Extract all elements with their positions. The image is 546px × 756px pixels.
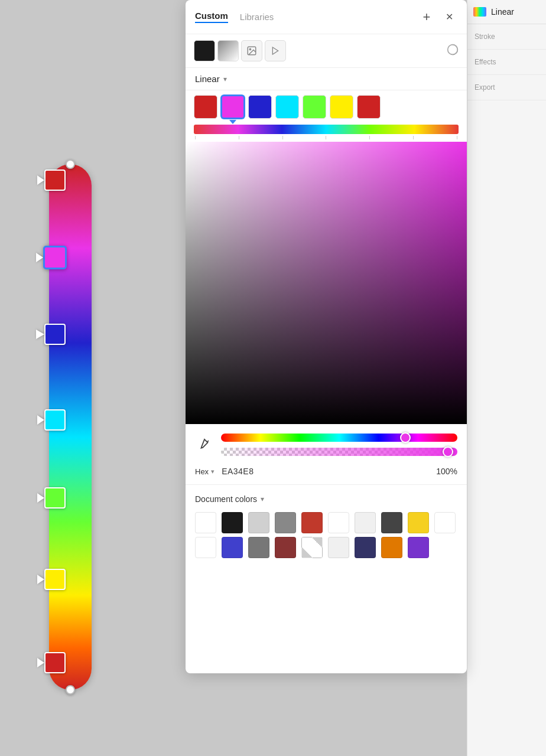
arrow-icon	[37, 575, 44, 584]
doc-color-navy[interactable]	[355, 537, 376, 558]
left-gradient-bar[interactable]	[49, 164, 92, 690]
eyedropper-button[interactable]	[195, 435, 214, 454]
doc-color-lightgray[interactable]	[248, 512, 269, 533]
stop-box-blue[interactable]	[44, 324, 66, 345]
gradient-stops-row	[186, 90, 467, 119]
doc-color-gray[interactable]	[275, 512, 296, 533]
color-picker-panel: Custom Libraries + ✕	[186, 0, 467, 673]
export-section[interactable]: Export	[467, 75, 546, 100]
stop-box-yellow[interactable]	[44, 569, 66, 590]
video-fill-swatch[interactable]	[265, 40, 286, 61]
svg-marker-2	[272, 47, 278, 54]
stop-box-magenta[interactable]	[43, 246, 67, 269]
stop-indicator-magenta	[229, 120, 236, 124]
sliders-column	[221, 434, 457, 456]
opacity-value[interactable]: 100%	[428, 467, 457, 476]
stop-color-blue[interactable]	[248, 95, 272, 119]
gradient-handle-green[interactable]	[37, 487, 66, 509]
stop-swatch-cyan[interactable]	[275, 95, 299, 119]
hex-label[interactable]: Hex ▾	[195, 467, 214, 476]
right-panel-header: Linear	[467, 0, 546, 24]
stop-color-cyan[interactable]	[275, 95, 299, 119]
tick	[326, 136, 326, 139]
stop-box-red-top[interactable]	[44, 170, 66, 191]
tab-libraries[interactable]: Libraries	[240, 12, 274, 22]
stop-swatch-yellow[interactable]	[330, 95, 353, 119]
alpha-slider-handle[interactable]	[443, 447, 453, 457]
tab-custom[interactable]: Custom	[195, 11, 228, 23]
doc-color-blue[interactable]	[222, 537, 243, 558]
color-canvas[interactable]	[186, 142, 467, 424]
gradient-bar[interactable]	[194, 125, 459, 134]
hue-slider-handle[interactable]	[400, 432, 411, 443]
doc-color-orange[interactable]	[381, 537, 402, 558]
gradient-handle-red-top[interactable]	[37, 170, 66, 191]
tick	[195, 136, 196, 139]
gradient-bar-top-handle[interactable]	[66, 159, 75, 169]
gradient-bar-bottom-handle[interactable]	[66, 685, 75, 695]
arrow-icon	[37, 175, 44, 185]
gradient-handle-yellow[interactable]	[37, 569, 66, 590]
sliders-section	[186, 424, 467, 462]
stroke-section[interactable]: Stroke	[467, 24, 546, 50]
stops-swatches	[194, 95, 459, 119]
tick	[413, 136, 414, 139]
hex-label-text: Hex	[195, 467, 209, 476]
solid-fill-swatch[interactable]	[194, 40, 215, 61]
stop-color-green[interactable]	[303, 95, 326, 119]
stop-box-green[interactable]	[44, 487, 66, 509]
stop-swatch-blue[interactable]	[248, 95, 272, 119]
alpha-slider[interactable]	[221, 448, 457, 456]
stop-swatch-red[interactable]	[194, 95, 217, 119]
stop-color-red2[interactable]	[357, 95, 381, 119]
doc-color-offwhite[interactable]	[355, 512, 376, 533]
doc-color-transparent1[interactable]	[328, 512, 349, 533]
doc-color-midgray[interactable]	[248, 537, 269, 558]
stroke-label: Stroke	[474, 32, 495, 41]
gradient-fill-swatch[interactable]	[217, 40, 239, 61]
stop-swatch-red2[interactable]	[357, 95, 381, 119]
stop-swatch-magenta[interactable]	[221, 95, 245, 119]
arrow-icon	[36, 330, 44, 339]
doc-color-offwhite2[interactable]	[328, 537, 349, 558]
gradient-handle-magenta[interactable]	[36, 246, 67, 269]
arrow-icon	[36, 253, 43, 262]
stop-color-magenta[interactable]	[221, 95, 245, 119]
color-canvas-inner	[186, 142, 467, 424]
fill-type-row	[186, 34, 467, 68]
opacity-icon[interactable]	[447, 44, 459, 58]
doc-color-red[interactable]	[301, 512, 323, 533]
doc-color-purple[interactable]	[408, 537, 429, 558]
stop-color-yellow[interactable]	[330, 95, 353, 119]
stop-swatch-green[interactable]	[303, 95, 326, 119]
doc-color-transparent3[interactable]	[195, 537, 216, 558]
arrow-icon	[37, 493, 44, 503]
doc-color-white[interactable]	[195, 512, 216, 533]
stop-box-cyan[interactable]	[44, 409, 66, 431]
doc-color-yellow[interactable]	[408, 512, 429, 533]
stop-color-red[interactable]	[194, 95, 217, 119]
gradient-handle-red-bottom[interactable]	[37, 652, 66, 673]
tick	[457, 136, 457, 139]
doc-color-transparent2[interactable]	[434, 512, 456, 533]
doc-color-black[interactable]	[222, 512, 243, 533]
doc-color-darkred[interactable]	[275, 537, 296, 558]
add-button[interactable]: +	[418, 9, 435, 25]
hex-value[interactable]: EA34E8	[222, 467, 421, 476]
close-button[interactable]: ✕	[441, 9, 457, 25]
doc-color-transparent4[interactable]	[301, 537, 323, 558]
effects-section[interactable]: Effects	[467, 50, 546, 75]
arrow-icon	[37, 658, 44, 667]
document-colors-header[interactable]: Document colors ▾	[195, 494, 457, 504]
image-fill-swatch[interactable]	[241, 40, 262, 61]
gradient-handle-cyan[interactable]	[37, 409, 66, 431]
panel-header: Custom Libraries + ✕	[186, 0, 467, 34]
tick	[239, 136, 239, 139]
gradient-type-label: Linear	[195, 74, 220, 84]
gradient-type-selector[interactable]: Linear ▾	[195, 74, 227, 84]
hue-slider[interactable]	[221, 434, 457, 442]
stop-box-red-bottom[interactable]	[44, 652, 66, 673]
doc-color-darkgray[interactable]	[381, 512, 402, 533]
gradient-handle-blue[interactable]	[36, 324, 66, 345]
svg-point-1	[249, 48, 251, 50]
